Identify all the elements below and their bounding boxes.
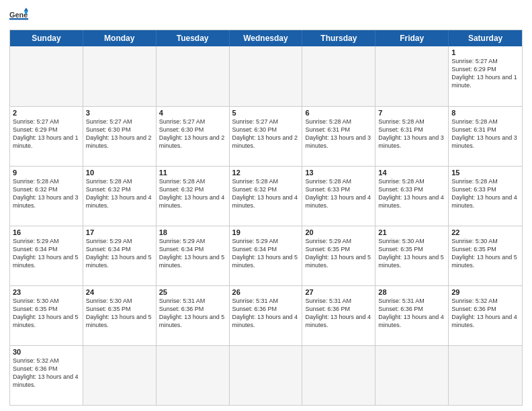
header-sunday: Sunday [10, 30, 83, 46]
calendar-cell: 4Sunrise: 5:27 AM Sunset: 6:30 PM Daylig… [157, 107, 230, 166]
day-info: Sunrise: 5:30 AM Sunset: 6:35 PM Dayligh… [13, 297, 80, 330]
calendar-cell: 8Sunrise: 5:28 AM Sunset: 6:31 PM Daylig… [449, 107, 522, 166]
day-info: Sunrise: 5:32 AM Sunset: 6:36 PM Dayligh… [451, 297, 519, 330]
day-info: Sunrise: 5:28 AM Sunset: 6:33 PM Dayligh… [305, 177, 372, 210]
calendar-cell: 14Sunrise: 5:28 AM Sunset: 6:33 PM Dayli… [375, 167, 449, 226]
day-info: Sunrise: 5:29 AM Sunset: 6:34 PM Dayligh… [159, 237, 226, 270]
day-number: 4 [159, 109, 226, 117]
day-number: 28 [378, 288, 445, 296]
calendar: Sunday Monday Tuesday Wednesday Thursday… [9, 30, 523, 406]
page: General Sunday Monday Tuesday Wednesday … [0, 0, 532, 411]
day-info: Sunrise: 5:27 AM Sunset: 6:30 PM Dayligh… [159, 118, 226, 150]
calendar-week-6: 30Sunrise: 5:32 AM Sunset: 6:36 PM Dayli… [10, 345, 522, 405]
day-number: 24 [86, 288, 153, 296]
day-info: Sunrise: 5:29 AM Sunset: 6:35 PM Dayligh… [305, 237, 372, 270]
header-thursday: Thursday [302, 30, 375, 46]
calendar-week-4: 16Sunrise: 5:29 AM Sunset: 6:34 PM Dayli… [10, 226, 522, 285]
calendar-cell: 21Sunrise: 5:30 AM Sunset: 6:35 PM Dayli… [375, 226, 449, 285]
calendar-cell: 15Sunrise: 5:28 AM Sunset: 6:33 PM Dayli… [449, 167, 522, 226]
calendar-cell: 1Sunrise: 5:27 AM Sunset: 6:29 PM Daylig… [449, 46, 522, 106]
calendar-cell: 30Sunrise: 5:32 AM Sunset: 6:36 PM Dayli… [10, 346, 83, 405]
day-number: 1 [451, 48, 519, 56]
day-number: 26 [232, 288, 300, 296]
day-number: 11 [159, 169, 226, 177]
day-number: 8 [451, 109, 519, 117]
calendar-cell: 2Sunrise: 5:27 AM Sunset: 6:29 PM Daylig… [10, 107, 83, 166]
day-number: 21 [378, 228, 445, 236]
calendar-cell: 26Sunrise: 5:31 AM Sunset: 6:36 PM Dayli… [230, 286, 303, 345]
calendar-cell: 19Sunrise: 5:29 AM Sunset: 6:34 PM Dayli… [230, 226, 303, 285]
day-number: 13 [305, 169, 372, 177]
day-info: Sunrise: 5:28 AM Sunset: 6:32 PM Dayligh… [159, 177, 226, 210]
day-info: Sunrise: 5:28 AM Sunset: 6:31 PM Dayligh… [378, 118, 445, 150]
day-number: 16 [13, 228, 80, 236]
day-number: 18 [159, 228, 226, 236]
header-tuesday: Tuesday [157, 30, 230, 46]
calendar-cell: 24Sunrise: 5:30 AM Sunset: 6:35 PM Dayli… [83, 286, 157, 345]
day-number: 17 [86, 228, 153, 236]
day-info: Sunrise: 5:31 AM Sunset: 6:36 PM Dayligh… [232, 297, 300, 330]
calendar-cell [10, 46, 83, 106]
generalblue-icon: General [9, 7, 28, 26]
calendar-cell: 22Sunrise: 5:30 AM Sunset: 6:35 PM Dayli… [449, 226, 522, 285]
day-info: Sunrise: 5:30 AM Sunset: 6:35 PM Dayligh… [86, 297, 153, 330]
calendar-cell [83, 46, 157, 106]
day-number: 15 [451, 169, 519, 177]
day-number: 12 [232, 169, 300, 177]
calendar-cell: 13Sunrise: 5:28 AM Sunset: 6:33 PM Dayli… [302, 167, 375, 226]
calendar-week-5: 23Sunrise: 5:30 AM Sunset: 6:35 PM Dayli… [10, 285, 522, 345]
day-number: 19 [232, 228, 300, 236]
calendar-week-3: 9Sunrise: 5:28 AM Sunset: 6:32 PM Daylig… [10, 166, 522, 226]
day-number: 25 [159, 288, 226, 296]
day-number: 5 [232, 109, 300, 117]
calendar-week-1: 1Sunrise: 5:27 AM Sunset: 6:29 PM Daylig… [10, 46, 522, 106]
calendar-cell: 27Sunrise: 5:31 AM Sunset: 6:36 PM Dayli… [302, 286, 375, 345]
calendar-cell [157, 46, 230, 106]
svg-rect-1 [9, 18, 28, 19]
calendar-cell [302, 346, 375, 405]
day-info: Sunrise: 5:27 AM Sunset: 6:29 PM Dayligh… [451, 57, 519, 90]
day-number: 2 [13, 109, 80, 117]
day-info: Sunrise: 5:28 AM Sunset: 6:32 PM Dayligh… [13, 177, 80, 210]
calendar-cell: 9Sunrise: 5:28 AM Sunset: 6:32 PM Daylig… [10, 167, 83, 226]
day-info: Sunrise: 5:28 AM Sunset: 6:33 PM Dayligh… [378, 177, 445, 210]
header-monday: Monday [83, 30, 157, 46]
day-number: 29 [451, 288, 519, 296]
calendar-cell: 25Sunrise: 5:31 AM Sunset: 6:36 PM Dayli… [157, 286, 230, 345]
logo: General [9, 7, 31, 26]
day-info: Sunrise: 5:28 AM Sunset: 6:33 PM Dayligh… [451, 177, 519, 210]
calendar-cell: 6Sunrise: 5:28 AM Sunset: 6:31 PM Daylig… [302, 107, 375, 166]
day-info: Sunrise: 5:27 AM Sunset: 6:30 PM Dayligh… [86, 118, 153, 150]
calendar-cell: 3Sunrise: 5:27 AM Sunset: 6:30 PM Daylig… [83, 107, 157, 166]
day-info: Sunrise: 5:28 AM Sunset: 6:31 PM Dayligh… [451, 118, 519, 150]
day-number: 9 [13, 169, 80, 177]
calendar-cell: 10Sunrise: 5:28 AM Sunset: 6:32 PM Dayli… [83, 167, 157, 226]
calendar-cell: 16Sunrise: 5:29 AM Sunset: 6:34 PM Dayli… [10, 226, 83, 285]
day-number: 30 [13, 348, 80, 356]
day-info: Sunrise: 5:28 AM Sunset: 6:32 PM Dayligh… [86, 177, 153, 210]
day-info: Sunrise: 5:27 AM Sunset: 6:29 PM Dayligh… [13, 118, 80, 150]
calendar-week-2: 2Sunrise: 5:27 AM Sunset: 6:29 PM Daylig… [10, 106, 522, 166]
calendar-cell [230, 346, 303, 405]
day-info: Sunrise: 5:32 AM Sunset: 6:36 PM Dayligh… [13, 357, 80, 390]
calendar-cell: 28Sunrise: 5:31 AM Sunset: 6:36 PM Dayli… [375, 286, 449, 345]
header-friday: Friday [375, 30, 449, 46]
header: General [9, 7, 523, 26]
day-number: 22 [451, 228, 519, 236]
calendar-cell [157, 346, 230, 405]
day-info: Sunrise: 5:30 AM Sunset: 6:35 PM Dayligh… [378, 237, 445, 270]
day-number: 14 [378, 169, 445, 177]
calendar-cell: 18Sunrise: 5:29 AM Sunset: 6:34 PM Dayli… [157, 226, 230, 285]
calendar-header: Sunday Monday Tuesday Wednesday Thursday… [10, 30, 522, 46]
calendar-cell: 5Sunrise: 5:27 AM Sunset: 6:30 PM Daylig… [230, 107, 303, 166]
calendar-cell: 12Sunrise: 5:28 AM Sunset: 6:32 PM Dayli… [230, 167, 303, 226]
calendar-cell [83, 346, 157, 405]
calendar-cell: 20Sunrise: 5:29 AM Sunset: 6:35 PM Dayli… [302, 226, 375, 285]
calendar-cell: 23Sunrise: 5:30 AM Sunset: 6:35 PM Dayli… [10, 286, 83, 345]
calendar-cell [449, 346, 522, 405]
day-number: 20 [305, 228, 372, 236]
calendar-cell: 29Sunrise: 5:32 AM Sunset: 6:36 PM Dayli… [449, 286, 522, 345]
day-number: 27 [305, 288, 372, 296]
calendar-cell [230, 46, 303, 106]
day-info: Sunrise: 5:27 AM Sunset: 6:30 PM Dayligh… [232, 118, 300, 150]
